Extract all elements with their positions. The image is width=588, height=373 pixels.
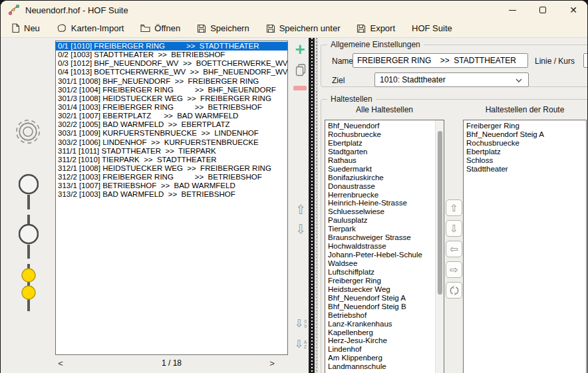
route-list-item[interactable]: 303/1 [1009] KURFUERSTENBRUECKE >> LINDE…	[56, 129, 287, 138]
stop-list-item[interactable]: Am Klippenberg	[328, 354, 434, 362]
close-button[interactable]: ✕	[558, 1, 588, 19]
stop-list-item[interactable]: Freiberger Ring	[328, 277, 434, 285]
stop-list-item[interactable]: Lanz-Krankenhaus	[328, 320, 434, 328]
hof-suite-menu[interactable]: HOF Suite	[410, 22, 454, 35]
stop-list-item[interactable]: Rochusbruecke	[328, 130, 434, 139]
save-as-button[interactable]: Speichern unter	[264, 22, 343, 35]
maximize-button[interactable]	[527, 1, 558, 19]
stop-list-item[interactable]: Paulusplatz	[328, 216, 434, 225]
route-signal-graphic	[19, 171, 39, 314]
app-window: Neuendorf.hof - HOF Suite ✕ Neu Karten-I…	[0, 0, 588, 373]
name-input[interactable]: FREIBERGER RING >> STADTTHEATER	[353, 53, 528, 68]
remove-stop-button[interactable]: ⇦	[446, 241, 462, 257]
rail-stop-circle	[19, 175, 38, 193]
export-button[interactable]: Export	[355, 22, 397, 35]
stop-list-item[interactable]: Bhf_Neuendorf Steig A	[328, 294, 434, 303]
new-button[interactable]: Neu	[9, 22, 42, 35]
stop-list-item[interactable]: Herz-Jesu-Kirche	[328, 336, 434, 345]
stop-list-item[interactable]: Bhf_Neuendorf Steig B	[328, 303, 434, 311]
minimize-button[interactable]	[497, 1, 527, 19]
stop-list-item[interactable]: Landmannschule	[328, 362, 434, 371]
add-route-button[interactable]: +	[291, 41, 309, 58]
route-stop-item[interactable]: Ebertplatz	[466, 148, 586, 156]
stop-list-item[interactable]: Waldsee	[328, 259, 434, 268]
stop-list-item[interactable]: Ebertplatz	[328, 139, 434, 148]
window-title: Neuendorf.hof - HOF Suite	[25, 5, 128, 15]
route-list-item[interactable]: 303/2 [1006] LINDENHOF >> KURFUERSTENBRU…	[56, 138, 287, 147]
add-stop-button[interactable]: ⇨	[446, 261, 462, 278]
route-list-item[interactable]: 302/1 [1007] EBERTPLATZ >> BAD WARMFELD	[56, 112, 287, 120]
stop-list-item[interactable]: Rathaus	[328, 156, 434, 165]
stop-list-item[interactable]: Bonifaziuskirche	[328, 174, 434, 182]
route-stop-item[interactable]: Schloss	[466, 156, 586, 165]
stop-list-item[interactable]: Tierpark	[328, 225, 434, 233]
settings-gear-icon[interactable]	[14, 116, 42, 147]
stop-list-item[interactable]: Lindenhof	[328, 345, 434, 354]
stop-list-item[interactable]: Kapellenberg	[328, 328, 434, 337]
route-stop-item[interactable]: Bhf_Neuendorf Steig A	[466, 130, 586, 139]
stop-list-item[interactable]: Johann-Peter-Hebel-Schule	[328, 251, 434, 259]
move-route-down-button[interactable]: ⇩	[292, 220, 309, 237]
new-document-icon	[11, 23, 20, 33]
sort-numeric-button[interactable]: ⇩ 09	[292, 316, 309, 332]
route-list-item[interactable]: 311/2 [1010] TIERPARK >> STADTTHEATER	[56, 156, 287, 164]
toolbar-label: Speichern	[210, 23, 249, 33]
line-course-label: Linie / Kurs	[535, 57, 575, 66]
stop-list-item[interactable]: Luftschiffplatz	[328, 268, 434, 277]
route-list-item[interactable]: 312/2 [1003] FREIBERGER RING >> BETRIEBS…	[56, 173, 287, 182]
stop-list-item[interactable]: Herrenbruecke	[328, 191, 434, 199]
stop-list-item[interactable]: Schluesselwiese	[328, 207, 434, 216]
route-list-item[interactable]: 301/4 [1003] FREIBERGER RING >> BETRIEBS…	[56, 103, 287, 112]
route-list-item[interactable]: 301/2 [1004] FREIBERGER RING >> BHF_NEUE…	[56, 86, 287, 94]
floppy-icon	[197, 24, 206, 33]
sort-alpha-icon: ⇩	[294, 339, 303, 350]
route-list-item[interactable]: 301/3 [1008] HEIDSTUECKER WEG >> FREIBER…	[56, 94, 287, 103]
duplicate-route-button[interactable]	[293, 62, 308, 78]
stop-list-item[interactable]: Hochwaldstrasse	[328, 242, 434, 251]
route-stops-listbox[interactable]: Freiberger RingBhf_Neuendorf Steig ARoch…	[463, 120, 587, 373]
route-stop-item[interactable]: Freiberger Ring	[466, 122, 586, 130]
toolbar-label: Karten-Import	[71, 23, 124, 33]
all-stops-scrollbar[interactable]	[435, 120, 444, 373]
route-stop-item[interactable]: Stadttheater	[466, 165, 586, 174]
route-stop-item[interactable]: Rochusbruecke	[466, 139, 586, 148]
route-list-item[interactable]: 312/1 [1008] HEIDSTUECKER WEG >> FREIBER…	[56, 164, 287, 173]
save-button[interactable]: Speichern	[195, 22, 251, 35]
stop-list-item[interactable]: Heinrich-Heine-Strasse	[328, 199, 434, 207]
route-list-item[interactable]: 0/4 [1013] BOETTCHERWERKE_WV >> BHF_NEUE…	[56, 68, 287, 76]
route-list-item[interactable]: 302/2 [1005] BAD WARMFELD >> EBERTPLATZ	[56, 120, 287, 129]
destination-dropdown[interactable]: 1010: Stadttheater	[374, 72, 529, 87]
minimize-icon	[509, 10, 516, 11]
reverse-route-button[interactable]	[446, 282, 462, 299]
move-route-up-button[interactable]: ⇧	[292, 201, 309, 218]
move-stop-down-button[interactable]: ⇩	[446, 220, 462, 237]
stops-group: Haltestellen Alle Haltestellen Haltestel…	[321, 99, 588, 373]
route-list-item[interactable]: 313/2 [1003] BAD WARMFELD >> BETRIEBSHOF	[56, 190, 287, 199]
scrollbar-thumb[interactable]	[438, 131, 442, 295]
route-list-item[interactable]: 301/1 [1008] BHF_NEUENDORF >> FREIBERGER…	[56, 77, 287, 86]
panel-splitter[interactable]	[309, 38, 319, 373]
stop-list-item[interactable]: Suedermarkt	[328, 165, 434, 174]
stop-list-item[interactable]: Braunschweiger Strasse	[328, 233, 434, 242]
page-next-button[interactable]: >	[267, 358, 277, 368]
all-stops-listbox[interactable]: Bhf_NeuendorfRochusbrueckeEbertplatzStad…	[325, 120, 444, 373]
stop-list-item[interactable]: Stadtgarten	[328, 148, 434, 156]
map-import-button[interactable]: Karten-Import	[55, 22, 126, 35]
line-course-input[interactable]: 0	[583, 53, 588, 68]
group-title: Allgemeine Einstellungen	[327, 40, 424, 49]
open-button[interactable]: Öffnen	[138, 22, 182, 35]
sort-alpha-button[interactable]: ⇩ AZ	[292, 336, 309, 352]
route-list-item[interactable]: 0/3 [1012] BHF_NEUENDORF_WV >> BOETTCHER…	[56, 59, 287, 68]
route-list-item[interactable]: 0/1 [1010] FREIBERGER RING >> STADTTHEAT…	[56, 42, 287, 51]
toolbar-label: Neu	[24, 23, 40, 33]
stop-list-item[interactable]: Donaustrasse	[328, 182, 434, 191]
move-stop-up-button[interactable]: ⇧	[446, 199, 462, 216]
stop-list-item[interactable]: Heidstuecker Weg	[328, 285, 434, 294]
route-listbox[interactable]: 0/1 [1010] FREIBERGER RING >> STADTTHEAT…	[55, 41, 288, 355]
remove-route-button[interactable]	[292, 83, 308, 92]
route-list-item[interactable]: 311/1 [1011] STADTTHEATER >> TIERPARK	[56, 147, 287, 156]
route-list-item[interactable]: 313/1 [1007] BETRIEBSHOF >> BAD WARMFELD	[56, 182, 287, 190]
route-list-item[interactable]: 0/2 [1003] STADTTHEATER >> BETRIEBSHOF	[56, 51, 287, 59]
stop-list-item[interactable]: Bhf_Neuendorf	[328, 122, 434, 130]
stop-list-item[interactable]: Betriebshof	[328, 311, 434, 320]
